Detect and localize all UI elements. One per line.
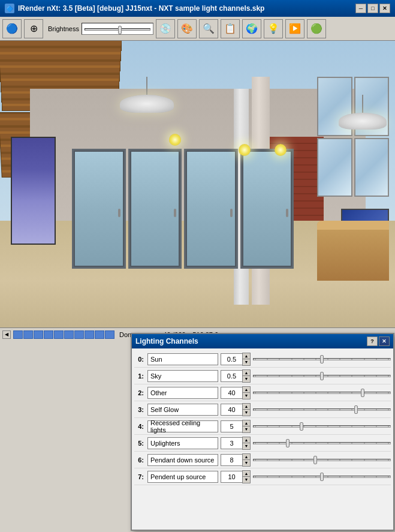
channel-spin-down-6[interactable]: ▼ [243,460,250,466]
channel-spin-0: ▲ ▼ [242,353,251,366]
channel-spin-down-3[interactable]: ▼ [243,410,250,416]
tile-7 [74,330,84,339]
viewport: ◀ Done: passes: 40 (900 x 516 87.6... [0,41,395,341]
brightness-label: Brightness [48,25,79,32]
dialog-content: 0: Sun 0.5 ▲ ▼ 1: Sky 0. [132,348,393,488]
channel-name-6[interactable]: Pendant down source [147,454,218,466]
channel-spin-down-4[interactable]: ▼ [243,426,250,432]
channel-spin-down-7[interactable]: ▼ [243,477,250,483]
channel-name-0[interactable]: Sun [147,353,218,365]
tile-10 [105,330,114,339]
channel-spin-up-5[interactable]: ▲ [243,437,250,443]
channel-spin-up-3[interactable]: ▲ [243,404,250,410]
channel-spin-2: ▲ ▼ [242,386,251,399]
channel-slider-track-7 [253,476,391,478]
channel-name-7[interactable]: Pendent up source [147,471,218,483]
menu-button[interactable]: 📋 [221,19,240,38]
brightness-slider[interactable] [82,23,153,35]
record-button[interactable]: 🟢 [307,19,326,38]
play-button[interactable]: ▶️ [285,19,304,38]
ceiling-light-3 [275,144,287,156]
channel-slider-thumb-4[interactable] [300,422,303,431]
channel-slider-track-1 [253,375,391,377]
channel-row-7: 7: Pendent up source 10 ▲ ▼ [134,468,391,485]
dialog-close-button[interactable]: ✕ [379,336,390,346]
channel-input-6[interactable]: 8 [221,454,242,466]
channel-slider-area-2[interactable] [253,387,391,399]
channel-name-4[interactable]: Recessed ceiling lights [147,420,218,432]
toggle-button[interactable]: ⊕ [24,19,43,38]
channel-input-3[interactable]: 40 [221,404,242,416]
channel-input-2[interactable]: 40 [221,387,242,399]
title-bar-left: 🔷 IRender nXt: 3.5 [Beta] [debug] JJ15nx… [5,4,264,13]
channel-slider-thumb-7[interactable] [320,473,324,481]
channel-slider-area-7[interactable] [253,471,391,483]
channel-value-box-1: 0.5 ▲ ▼ [221,369,251,383]
channel-input-7[interactable]: 10 [221,471,242,483]
channel-spin-down-1[interactable]: ▼ [243,376,250,382]
channel-spin-up-0[interactable]: ▲ [243,353,250,359]
channel-slider-dots-4 [254,426,390,427]
channel-slider-thumb-0[interactable] [320,355,324,363]
channel-name-2[interactable]: Other [147,387,218,399]
light-button[interactable]: 💡 [264,19,283,38]
pendant-shade-2 [339,113,387,130]
channel-spin-down-2[interactable]: ▼ [243,393,250,399]
channel-name-1[interactable]: Sky [147,370,218,382]
scroll-left-button[interactable]: ◀ [2,330,11,339]
channel-spin-up-2[interactable]: ▲ [243,387,250,393]
channel-spin-up-1[interactable]: ▲ [243,370,250,376]
channel-slider-dots-2 [254,392,390,393]
search-button[interactable]: 🔍 [199,19,218,38]
hd-button[interactable]: 💿 [156,19,175,38]
channel-slider-area-3[interactable] [253,404,391,416]
minimize-button[interactable]: ─ [355,4,366,13]
channel-slider-thumb-1[interactable] [320,372,324,380]
channel-number-0: 0: [134,356,145,363]
pendant-wire-2 [362,95,363,113]
channel-slider-area-0[interactable] [253,353,391,365]
channel-slider-thumb-3[interactable] [354,405,358,414]
channel-slider-thumb-2[interactable] [361,389,364,397]
channel-slider-area-5[interactable] [253,437,391,449]
channel-slider-track-6 [253,459,391,461]
channel-input-4[interactable]: 5 [221,420,242,432]
channel-value-box-6: 8 ▲ ▼ [221,453,251,467]
channel-spin-down-0[interactable]: ▼ [243,359,250,365]
channel-slider-area-6[interactable] [253,454,391,466]
channel-slider-thumb-5[interactable] [286,439,290,447]
channel-spin-down-5[interactable]: ▼ [243,443,250,449]
door-4 [240,149,294,269]
channel-spin-3: ▲ ▼ [242,403,251,416]
color-button[interactable]: 🎨 [177,19,197,38]
channel-value-box-4: 5 ▲ ▼ [221,420,251,433]
channel-spin-up-4[interactable]: ▲ [243,420,250,426]
channel-slider-area-1[interactable] [253,370,391,382]
channel-slider-track-4 [253,425,391,428]
channel-input-5[interactable]: 3 [221,437,242,449]
dialog-controls: ? ✕ [367,336,390,346]
channel-name-3[interactable]: Self Glow [147,404,218,416]
door-2 [128,149,182,269]
channel-slider-area-4[interactable] [253,420,391,432]
maximize-button[interactable]: □ [367,4,378,13]
dialog-title: Lighting Channels [135,337,198,345]
globe-button[interactable]: 🌍 [242,19,261,38]
channel-spin-up-6[interactable]: ▲ [243,454,250,460]
channel-name-5[interactable]: Uplighters [147,437,218,449]
channel-slider-thumb-6[interactable] [313,456,317,464]
title-bar: 🔷 IRender nXt: 3.5 [Beta] [debug] JJ15nx… [0,0,395,17]
channel-row-6: 6: Pendant down source 8 ▲ ▼ [134,452,391,468]
pendant-light-2 [339,95,387,130]
render-button[interactable]: 🔵 [2,19,22,38]
close-button[interactable]: ✕ [379,4,390,13]
channel-spin-up-7[interactable]: ▲ [243,471,250,477]
dialog-help-button[interactable]: ? [367,336,378,346]
channel-slider-track-2 [253,392,391,394]
window-title: IRender nXt: 3.5 [Beta] [debug] JJ15nxt … [18,4,264,13]
channel-input-1[interactable]: 0.5 [221,370,242,382]
channel-input-0[interactable]: 0.5 [221,353,242,365]
toolbar: 🔵 ⊕ Brightness 💿 🎨 🔍 📋 🌍 💡 ▶️ 🟢 [0,17,395,41]
channel-row-5: 5: Uplighters 3 ▲ ▼ [134,435,391,452]
channel-number-3: 3: [134,406,145,413]
